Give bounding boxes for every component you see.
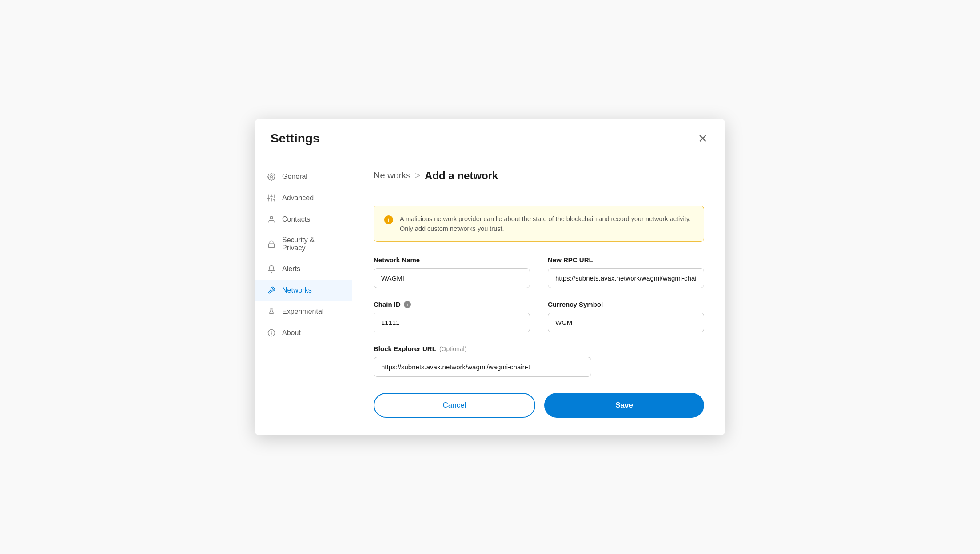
- currency-symbol-input[interactable]: [548, 313, 704, 332]
- warning-box: i A malicious network provider can lie a…: [374, 206, 704, 242]
- close-button[interactable]: ✕: [696, 131, 709, 146]
- chain-id-input[interactable]: [374, 313, 530, 332]
- network-name-group: Network Name: [374, 256, 530, 288]
- warning-text: A malicious network provider can lie abo…: [400, 214, 694, 234]
- breadcrumb-separator: >: [415, 170, 420, 181]
- sidebar-item-networks[interactable]: Networks: [255, 280, 352, 301]
- sidebar-label-contacts: Contacts: [282, 215, 310, 223]
- main-content: Networks > Add a network i A malicious n…: [352, 155, 725, 436]
- svg-text:i: i: [388, 216, 390, 223]
- block-explorer-input[interactable]: [374, 357, 591, 377]
- breadcrumb-parent[interactable]: Networks: [374, 170, 410, 181]
- sidebar: General Advanced Contacts: [255, 155, 352, 436]
- currency-symbol-group: Currency Symbol: [548, 301, 704, 332]
- button-row: Cancel Save: [374, 393, 704, 418]
- rpc-url-label: New RPC URL: [548, 256, 704, 264]
- sidebar-label-about: About: [282, 329, 301, 337]
- svg-point-0: [271, 175, 273, 178]
- gear-icon: [267, 172, 276, 181]
- breadcrumb-current: Add a network: [425, 170, 498, 182]
- sidebar-item-experimental[interactable]: Experimental: [255, 301, 352, 322]
- chain-id-label: Chain ID i: [374, 301, 530, 308]
- sliders-icon: [267, 194, 276, 202]
- save-button[interactable]: Save: [544, 393, 704, 418]
- block-explorer-group: Block Explorer URL (Optional): [374, 345, 704, 377]
- sidebar-item-alerts[interactable]: Alerts: [255, 258, 352, 280]
- sidebar-item-advanced[interactable]: Advanced: [255, 187, 352, 209]
- sidebar-label-experimental: Experimental: [282, 308, 323, 316]
- block-explorer-optional: (Optional): [439, 345, 466, 352]
- sidebar-item-about[interactable]: About: [255, 322, 352, 344]
- settings-modal: Settings ✕ General: [255, 119, 725, 436]
- network-name-input[interactable]: [374, 268, 530, 288]
- sidebar-item-general[interactable]: General: [255, 166, 352, 187]
- sidebar-label-security: Security & Privacy: [282, 236, 339, 252]
- rpc-url-input[interactable]: [548, 268, 704, 288]
- cancel-button[interactable]: Cancel: [374, 393, 535, 418]
- sidebar-label-networks: Networks: [282, 286, 312, 294]
- bell-icon: [267, 265, 276, 273]
- sidebar-item-security[interactable]: Security & Privacy: [255, 230, 352, 258]
- rpc-url-group: New RPC URL: [548, 256, 704, 288]
- chain-id-group: Chain ID i: [374, 301, 530, 332]
- sidebar-item-contacts[interactable]: Contacts: [255, 209, 352, 230]
- person-icon: [267, 215, 276, 224]
- wrench-icon: [267, 286, 276, 295]
- close-icon: ✕: [698, 133, 708, 144]
- block-explorer-label: Block Explorer URL (Optional): [374, 345, 704, 352]
- warning-icon: i: [384, 215, 394, 225]
- lock-icon: [267, 240, 276, 249]
- modal-title: Settings: [271, 131, 319, 146]
- sidebar-label-advanced: Advanced: [282, 194, 314, 202]
- currency-symbol-label: Currency Symbol: [548, 301, 704, 308]
- sidebar-label-general: General: [282, 173, 307, 181]
- breadcrumb: Networks > Add a network: [374, 170, 704, 182]
- network-name-label: Network Name: [374, 256, 530, 264]
- modal-body: General Advanced Contacts: [255, 155, 725, 436]
- flask-icon: [267, 307, 276, 316]
- info-icon: [267, 328, 276, 337]
- svg-point-10: [270, 216, 273, 219]
- form-grid: Network Name New RPC URL Chain ID i: [374, 256, 704, 377]
- chain-id-info-icon[interactable]: i: [404, 301, 411, 308]
- sidebar-label-alerts: Alerts: [282, 265, 300, 273]
- modal-header: Settings ✕: [255, 119, 725, 155]
- divider: [374, 193, 704, 193]
- svg-rect-11: [268, 244, 275, 247]
